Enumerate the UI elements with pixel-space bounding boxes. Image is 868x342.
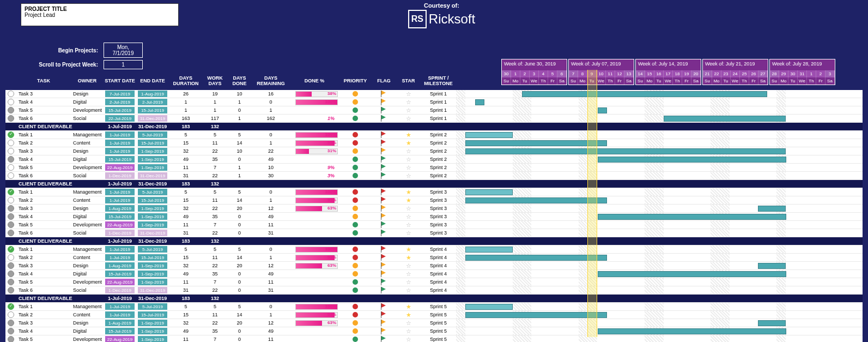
end-date[interactable]: 1-Sep-2019 — [137, 335, 168, 342]
start-date[interactable]: 1-Jul-2019 — [105, 188, 135, 196]
flag-icon[interactable] — [381, 279, 387, 285]
flag-icon[interactable] — [381, 221, 387, 228]
end-date[interactable]: 1-Sep-2019 — [137, 147, 168, 155]
start-date[interactable]: 1-Jul-2019 — [105, 303, 135, 310]
start-date[interactable]: 1-Aug-2019 — [105, 319, 135, 327]
flag-icon[interactable] — [381, 213, 387, 220]
task-row[interactable]: Task 5Development22-Aug-20191-Sep-201911… — [5, 221, 863, 229]
deliverable-row[interactable]: CLIENT DELIVERABLE1-Jul-201931-Dec-20191… — [5, 123, 863, 131]
star-icon[interactable]: ★ — [406, 312, 411, 318]
status-icon[interactable] — [8, 131, 14, 138]
star-icon[interactable]: ☆ — [406, 91, 411, 97]
star-icon[interactable]: ☆ — [406, 165, 411, 171]
status-icon[interactable] — [8, 172, 14, 179]
star-icon[interactable]: ☆ — [406, 157, 411, 163]
task-row[interactable]: Task 4Digital15-Jul-20191-Sep-2019493504… — [5, 155, 863, 164]
status-icon[interactable] — [8, 328, 14, 334]
task-row[interactable]: Task 1Management1-Jul-20195-Jul-20195550… — [5, 131, 863, 139]
priority-icon[interactable] — [353, 91, 358, 97]
priority-icon[interactable] — [353, 312, 358, 317]
gantt-bar[interactable] — [598, 271, 786, 277]
status-icon[interactable] — [8, 115, 14, 122]
priority-icon[interactable] — [353, 157, 358, 162]
gantt-bar[interactable] — [758, 320, 786, 326]
start-date[interactable]: 22-Aug-2019 — [105, 221, 135, 229]
flag-icon[interactable] — [381, 131, 387, 138]
gantt-bar[interactable] — [475, 99, 484, 105]
end-date[interactable]: 31-Dec-2019 — [137, 172, 168, 179]
end-date[interactable]: 1-Sep-2019 — [137, 270, 168, 278]
status-icon[interactable] — [8, 311, 14, 318]
priority-icon[interactable] — [353, 271, 358, 277]
star-icon[interactable]: ☆ — [406, 173, 411, 179]
task-row[interactable]: Task 6Social1-Dec-201931-Dec-20193122031… — [5, 286, 863, 295]
star-icon[interactable]: ☆ — [406, 320, 411, 326]
status-icon[interactable] — [8, 164, 14, 171]
flag-icon[interactable] — [381, 254, 387, 261]
end-date[interactable]: 1-Sep-2019 — [137, 164, 168, 171]
star-icon[interactable]: ☆ — [406, 279, 411, 285]
status-icon[interactable] — [8, 262, 14, 269]
flag-icon[interactable] — [381, 287, 387, 293]
end-date[interactable]: 5-Jul-2019 — [137, 245, 168, 253]
deliverable-row[interactable]: CLIENT DELIVERABLE1-Jul-201931-Dec-20191… — [5, 237, 863, 245]
star-icon[interactable]: ★ — [406, 132, 411, 138]
star-icon[interactable]: ☆ — [406, 271, 411, 277]
priority-icon[interactable] — [353, 132, 358, 137]
gantt-bar[interactable] — [758, 263, 786, 269]
end-date[interactable]: 2-Jul-2019 — [137, 98, 168, 106]
star-icon[interactable]: ☆ — [406, 116, 411, 122]
gantt-bar[interactable] — [465, 189, 513, 195]
priority-icon[interactable] — [353, 328, 358, 334]
gantt-bar[interactable] — [465, 132, 513, 138]
priority-icon[interactable] — [353, 107, 358, 113]
flag-icon[interactable] — [381, 328, 387, 334]
gantt-bar[interactable] — [465, 247, 513, 253]
status-icon[interactable] — [8, 221, 14, 228]
end-date[interactable]: 15-Jul-2019 — [137, 311, 168, 319]
priority-icon[interactable] — [353, 165, 358, 170]
gantt-bar[interactable] — [522, 91, 767, 97]
start-date[interactable]: 22-Jul-2019 — [105, 115, 135, 122]
end-date[interactable]: 15-Jul-2019 — [137, 139, 168, 147]
start-date[interactable]: 1-Jul-2019 — [105, 254, 135, 261]
flag-icon[interactable] — [381, 148, 387, 154]
status-icon[interactable] — [8, 197, 14, 203]
priority-icon[interactable] — [353, 287, 358, 293]
task-row[interactable]: Task 4Digital15-Jul-20191-Sep-2019493504… — [5, 270, 863, 278]
start-date[interactable]: 1-Aug-2019 — [105, 262, 135, 269]
status-icon[interactable] — [8, 148, 14, 154]
gantt-bar[interactable] — [465, 140, 607, 146]
flag-icon[interactable] — [381, 172, 387, 179]
task-row[interactable]: Task 2Content1-Jul-201915-Jul-2019151114… — [5, 139, 863, 147]
flag-icon[interactable] — [381, 156, 387, 163]
task-row[interactable]: Task 6Social1-Dec-201931-Dec-20193122130… — [5, 172, 863, 180]
flag-icon[interactable] — [381, 107, 387, 113]
flag-icon[interactable] — [381, 262, 387, 269]
flag-icon[interactable] — [381, 320, 387, 326]
task-row[interactable]: Task 1Management1-Jul-20195-Jul-20195550… — [5, 303, 863, 311]
end-date[interactable]: 1-Sep-2019 — [137, 213, 168, 220]
start-date[interactable]: 1-Jul-2019 — [105, 311, 135, 319]
task-row[interactable]: Task 5Development22-Aug-20191-Sep-201911… — [5, 164, 863, 172]
star-icon[interactable]: ☆ — [406, 328, 411, 334]
status-icon[interactable] — [8, 107, 14, 113]
task-row[interactable]: Task 2Content1-Jul-201915-Jul-2019151114… — [5, 254, 863, 262]
status-icon[interactable] — [8, 287, 14, 293]
start-date[interactable]: 2-Jul-2019 — [105, 98, 135, 106]
flag-icon[interactable] — [381, 336, 387, 342]
start-date[interactable]: 1-Jul-2019 — [105, 196, 135, 204]
start-date[interactable]: 1-Aug-2019 — [105, 205, 135, 212]
start-date[interactable]: 1-Dec-2019 — [105, 229, 135, 237]
gantt-bar[interactable] — [465, 255, 607, 261]
priority-icon[interactable] — [353, 279, 358, 285]
status-icon[interactable] — [8, 99, 14, 105]
gantt-bar[interactable] — [598, 107, 607, 113]
gantt-bar[interactable] — [598, 214, 786, 220]
start-date[interactable]: 1-Jul-2019 — [105, 245, 135, 253]
priority-icon[interactable] — [353, 247, 358, 252]
task-row[interactable]: Task 3Design1-Jul-20191-Sep-201932221022… — [5, 147, 863, 155]
priority-icon[interactable] — [353, 214, 358, 219]
priority-icon[interactable] — [353, 173, 358, 178]
end-date[interactable]: 15-Jul-2019 — [137, 254, 168, 261]
